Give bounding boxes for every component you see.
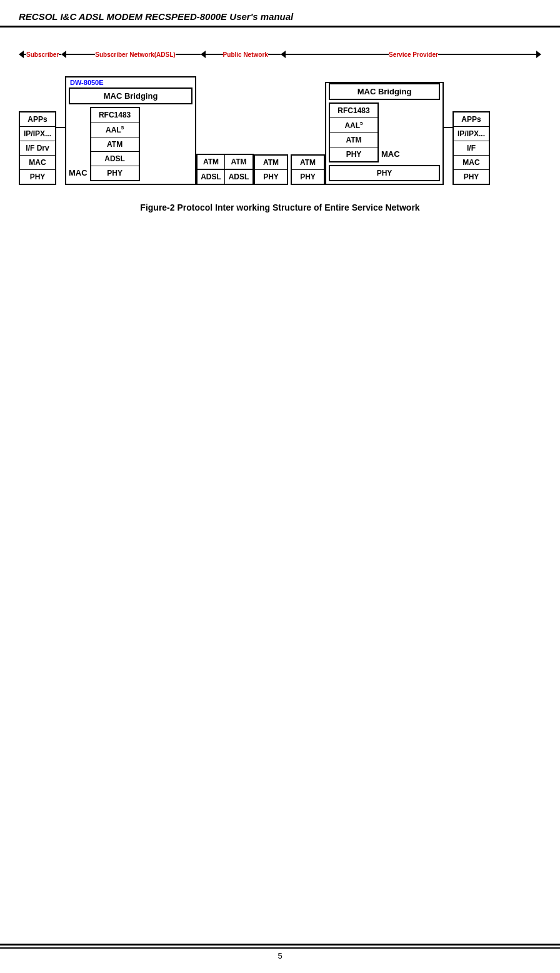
dw-rfc-stack: RFC1483 AAL5 ATM ADSL PHY (90, 107, 140, 181)
figure-caption: Figure-2 Protocol Inter working Structur… (19, 202, 541, 212)
right-aal5: AAL5 (330, 118, 378, 133)
subscriber-network-segment: Subscriber Network(ADSL) (70, 51, 210, 58)
atm-phy-stack-right: ATM PHY (291, 154, 325, 185)
phy-right: PHY (292, 170, 324, 184)
dw-aal5: AAL5 (91, 122, 139, 137)
right-rfc-stack: RFC1483 AAL5 ATM PHY (329, 102, 379, 162)
atm-phy-segment: ATM PHY ATM PHY (254, 154, 325, 185)
subscriber-label: Subscriber (26, 51, 59, 58)
adsl-pair-row: ADSL ADSL (196, 170, 254, 185)
left-layer-ipx: IP/IPX... (20, 127, 55, 141)
aal5-sup: 5 (121, 125, 124, 131)
dw-atm: ATM (91, 137, 139, 152)
left-stack: APPs IP/IPX... I/F Drv MAC PHY (19, 111, 56, 185)
atm-pair-row: ATM ATM (196, 154, 254, 170)
right-stack: APPs IP/IPX... I/F MAC PHY (452, 111, 490, 185)
right-layer-mac: MAC (454, 156, 489, 170)
dw-mac-label: MAC (69, 168, 88, 181)
public-network-label: Public Network (223, 51, 268, 58)
atm-box-2: ATM (225, 154, 254, 170)
service-provider-segment: Service Provider (291, 51, 541, 58)
atm-label-1: ATM (198, 155, 224, 169)
right-aal5-sup: 5 (360, 121, 362, 126)
dw-8050e-box: DW-8050E MAC Bridging MAC RFC1483 AAL5 A… (65, 76, 196, 185)
protocol-diagram: APPs IP/IPX... I/F Drv MAC PHY DW-8050E … (19, 76, 541, 185)
atm-phy-stack-left: ATM PHY (254, 154, 288, 185)
right-layer-if: I/F (454, 141, 489, 156)
right-phy-bottom-stack: PHY (329, 165, 440, 181)
public-network-segment: Public Network (211, 51, 291, 58)
subscriber-segment: Subscriber (19, 51, 70, 58)
dw-label: DW-8050E (66, 77, 195, 87)
network-arrow-bar: Subscriber Subscriber Network(ADSL) Publ… (19, 46, 541, 62)
dw-mac-bridging: MAC Bridging (69, 87, 192, 104)
dw-phy: PHY (91, 166, 139, 180)
right-layer-ipx: IP/IPX... (454, 127, 489, 141)
adsl-box-2: ADSL (225, 170, 254, 185)
page-header: RECSOL I&C ADSL MODEM RECSPEED-8000E Use… (0, 0, 560, 27)
right-atm: ATM (330, 133, 378, 147)
page-number-container: 5 (0, 951, 560, 961)
content: Subscriber Subscriber Network(ADSL) Publ… (0, 27, 560, 225)
atm-right: ATM (292, 156, 324, 170)
subscriber-network-label: Subscriber Network(ADSL) (95, 51, 175, 58)
adsl-label-2: ADSL (225, 170, 252, 184)
right-mac-text: MAC (381, 149, 400, 159)
service-provider-label: Service Provider (389, 51, 438, 58)
right-mac-bridging-box: MAC Bridging RFC1483 AAL5 ATM PHY MAC PH… (325, 82, 444, 185)
right-mac-bridging-title: MAC Bridging (329, 83, 440, 100)
adsl-box-1: ADSL (196, 170, 225, 185)
right-box-body: RFC1483 AAL5 ATM PHY MAC (326, 102, 442, 165)
dw-mac-text: MAC (69, 168, 88, 177)
connector-1 (56, 127, 65, 128)
dw-rfc1483: RFC1483 (91, 108, 139, 122)
bottom-rule-2 (0, 947, 560, 949)
atm-middle-segment: ATM ATM ADSL ADSL (196, 154, 254, 185)
page-title: RECSOL I&C ADSL MODEM RECSPEED-8000E Use… (19, 11, 293, 22)
bottom-rule: 5 (0, 944, 560, 961)
right-mac-label-wrapper: MAC (381, 149, 400, 162)
atm-left: ATM (255, 156, 287, 170)
page-number: 5 (278, 951, 282, 961)
right-layer-apps: APPs (454, 112, 489, 127)
dw-adsl: ADSL (91, 152, 139, 166)
left-layer-ifdrv: I/F Drv (20, 141, 55, 156)
right-bottom-phy: PHY (330, 166, 439, 180)
phy-left: PHY (255, 170, 287, 184)
bottom-rule-1 (0, 944, 560, 946)
dw-inner-body: MAC RFC1483 AAL5 ATM ADSL PHY (66, 107, 195, 184)
adsl-label-1: ADSL (198, 170, 224, 184)
right-phy-bottom: PHY (326, 165, 442, 184)
connector-3 (444, 127, 452, 128)
left-layer-apps: APPs (20, 112, 55, 127)
left-layer-mac: MAC (20, 156, 55, 170)
atm-label-2: ATM (225, 155, 252, 169)
left-layer-phy: PHY (20, 170, 55, 184)
right-layer-phy: PHY (454, 170, 489, 184)
right-phy: PHY (330, 147, 378, 161)
right-rfc1483: RFC1483 (330, 104, 378, 118)
atm-box-1: ATM (196, 154, 225, 170)
